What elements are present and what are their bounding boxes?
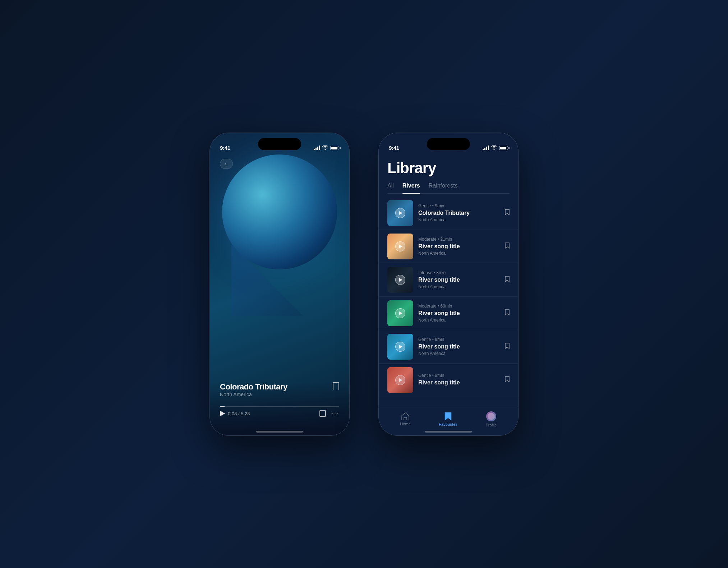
wifi-icon-right: [491, 146, 497, 151]
song-info-1: Gentle • 9min Colorado Tributary North A…: [418, 203, 500, 222]
nav-favourites[interactable]: Favourites: [439, 412, 457, 426]
bookmark-icon-player[interactable]: [333, 382, 339, 390]
home-bar-left: [256, 431, 303, 433]
song-bookmark-2[interactable]: [505, 243, 510, 250]
player-time: 0:08 / 5:28: [228, 411, 250, 416]
progress-fill: [220, 406, 225, 407]
more-options-icon[interactable]: ···: [332, 410, 339, 417]
song-region-5: North America: [418, 351, 500, 356]
signal-icon: [314, 146, 320, 150]
wifi-icon: [322, 146, 328, 151]
dynamic-island-right: [427, 138, 470, 150]
list-item[interactable]: Moderate • 21min River song title North …: [379, 230, 518, 263]
progress-bar[interactable]: [220, 406, 339, 407]
profile-avatar-icon: [486, 411, 496, 421]
song-bookmark-4[interactable]: [505, 309, 510, 317]
play-button-4[interactable]: [395, 308, 405, 318]
play-triangle-icon: [220, 411, 225, 416]
song-info-3: Intense • 3min River song title North Am…: [418, 270, 500, 289]
status-icons-left: [314, 146, 339, 151]
back-button[interactable]: ←: [220, 159, 233, 169]
nav-profile[interactable]: Profile: [485, 411, 497, 427]
library-tab-bar: All Rivers Rainforests: [387, 183, 510, 194]
song-info-4: Moderate • 60min River song title North …: [418, 304, 500, 323]
dynamic-island: [258, 138, 301, 150]
tab-rivers[interactable]: Rivers: [402, 183, 420, 193]
list-item[interactable]: Gentle • 9min River song title: [379, 364, 518, 397]
song-thumbnail-5: [387, 334, 413, 360]
song-region-1: North America: [418, 217, 500, 222]
play-button-1[interactable]: [395, 208, 405, 218]
song-info-5: Gentle • 9min River song title North Ame…: [418, 337, 500, 356]
song-name-3: River song title: [418, 277, 500, 283]
play-button-6[interactable]: [395, 375, 405, 385]
status-time-right: 9:41: [389, 145, 399, 151]
song-thumbnail-2: [387, 234, 413, 259]
library-phone: 9:41 Library: [378, 133, 519, 436]
song-info-2: Moderate • 21min River song title North …: [418, 237, 500, 256]
song-thumbnail-3: [387, 267, 413, 293]
song-name-6: River song title: [418, 379, 500, 386]
song-meta-3: Intense • 3min: [418, 270, 500, 275]
list-item[interactable]: Gentle • 9min River song title North Ame…: [379, 330, 518, 364]
song-region-2: North America: [418, 251, 500, 256]
song-meta-5: Gentle • 9min: [418, 337, 500, 342]
nav-profile-label: Profile: [485, 423, 497, 427]
song-thumbnail-4: [387, 300, 413, 326]
status-icons-right: [483, 146, 508, 151]
back-arrow-icon: ←: [224, 161, 229, 166]
library-content: Library All Rivers Rainforests: [379, 154, 518, 435]
tab-all[interactable]: All: [387, 183, 394, 193]
expand-icon[interactable]: [319, 410, 326, 417]
song-thumbnail-1: [387, 200, 413, 226]
song-meta-1: Gentle • 9min: [418, 203, 500, 208]
player-bottom-area: Colorado Tributary North America 0:08 / …: [210, 382, 349, 435]
song-meta-4: Moderate • 60min: [418, 304, 500, 309]
favourites-icon: [444, 412, 452, 421]
song-bookmark-3[interactable]: [505, 276, 510, 283]
list-item[interactable]: Gentle • 9min Colorado Tributary North A…: [379, 197, 518, 230]
battery-icon: [330, 146, 339, 150]
song-name-2: River song title: [418, 243, 500, 250]
player-controls: 0:08 / 5:28 ···: [220, 410, 339, 417]
player-subtitle: North America: [220, 392, 287, 397]
library-title: Library: [387, 160, 510, 177]
nav-home-label: Home: [400, 422, 410, 426]
tab-rainforests[interactable]: Rainforests: [429, 183, 458, 193]
song-bookmark-1[interactable]: [505, 209, 510, 217]
signal-icon-right: [483, 146, 489, 150]
battery-icon-right: [499, 146, 508, 150]
play-button-2[interactable]: [395, 241, 405, 251]
song-region-4: North America: [418, 318, 500, 323]
song-bookmark-6[interactable]: [505, 376, 510, 384]
home-icon: [401, 412, 410, 420]
library-header: Library All Rivers Rainforests: [379, 154, 518, 194]
list-item[interactable]: Intense • 3min River song title North Am…: [379, 263, 518, 297]
home-bar-right: [425, 431, 472, 433]
nav-home[interactable]: Home: [400, 412, 410, 426]
play-button-5[interactable]: [395, 342, 405, 352]
player-title-row: Colorado Tributary North America: [220, 382, 339, 405]
song-region-3: North America: [418, 284, 500, 289]
nav-favourites-label: Favourites: [439, 422, 457, 426]
player-phone: 9:41 ←: [209, 133, 350, 436]
play-button-3[interactable]: [395, 275, 405, 285]
song-name-5: River song title: [418, 343, 500, 350]
play-button[interactable]: 0:08 / 5:28: [220, 411, 250, 416]
player-right-controls: ···: [319, 410, 339, 417]
song-info-6: Gentle • 9min River song title: [418, 373, 500, 387]
song-name-4: River song title: [418, 310, 500, 317]
song-meta-6: Gentle • 9min: [418, 373, 500, 378]
song-name-1: Colorado Tributary: [418, 210, 500, 216]
song-bookmark-5[interactable]: [505, 343, 510, 350]
song-list: Gentle • 9min Colorado Tributary North A…: [379, 194, 518, 407]
song-thumbnail-6: [387, 367, 413, 393]
song-meta-2: Moderate • 21min: [418, 237, 500, 242]
status-time-left: 9:41: [220, 145, 230, 151]
player-title: Colorado Tributary: [220, 382, 287, 392]
list-item[interactable]: Moderate • 60min River song title North …: [379, 297, 518, 330]
